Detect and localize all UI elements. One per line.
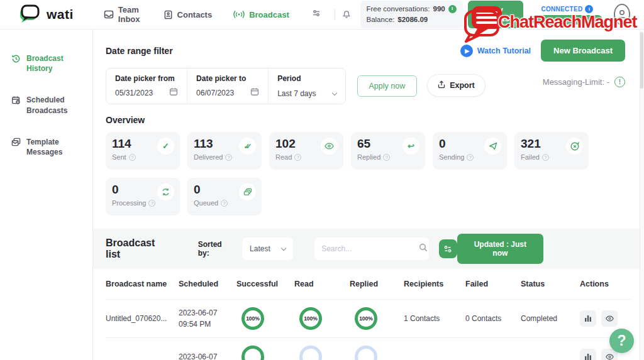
sidebar-item-template-messages[interactable]: Template Messages — [0, 131, 92, 163]
updated-just-now-button[interactable]: Updated : Just now — [457, 234, 543, 264]
sending-help-icon[interactable]: ? — [467, 154, 474, 161]
period-label: Period — [277, 74, 336, 83]
broadcast-name-cell[interactable]: Untitled_070620... — [106, 314, 179, 323]
replied-ring: 100% — [355, 307, 377, 330]
search-box — [314, 237, 429, 260]
col-replied: Replied — [350, 279, 404, 290]
period-select[interactable]: Period Last 7 days — [268, 68, 345, 104]
overview-card-queued: 0 Queued ? — [187, 178, 262, 215]
calendar-clock-icon — [11, 95, 21, 107]
play-icon: ▶ — [460, 45, 473, 57]
date-picker-to-value[interactable]: 06/07/2023 — [196, 89, 234, 97]
avatar-chevron-down-icon — [631, 16, 636, 22]
sort-select-value: Latest — [250, 244, 270, 253]
scheduled-cell: 2023-06-07 — [179, 351, 236, 360]
col-recipients: Recipients — [404, 279, 465, 290]
template-messages-icon — [11, 138, 21, 150]
connected-label: CONNECTED — [541, 6, 582, 13]
sort-select[interactable]: Latest — [242, 237, 293, 260]
nav-contacts[interactable]: Contacts — [164, 10, 213, 19]
new-broadcast-button[interactable]: New Broadcast — [541, 40, 625, 62]
failed-help-icon[interactable]: ? — [542, 154, 549, 161]
scheduled-date: 2023-06-07 — [179, 308, 217, 317]
processing-label: Processing — [112, 199, 146, 207]
table-header-row: Broadcast name Scheduled Successful Read… — [106, 269, 631, 299]
overview-card-sent: 114 Sent ? ✓ — [106, 132, 180, 170]
messaging-limit: Messaging-Limit: - ! — [543, 77, 625, 87]
navbar-right: Free conversations: 990 i Balance: $2086… — [311, 1, 635, 29]
reply-icon: ↩ — [402, 138, 419, 155]
processing-help-icon[interactable]: ? — [148, 200, 155, 207]
col-failed: Failed — [465, 279, 521, 290]
overview-cards: 114 Sent ? ✓ 113 Delivered ? ✓✓ 102 Read… — [106, 132, 609, 224]
help-button[interactable]: ? — [609, 329, 634, 353]
list-filter-button[interactable] — [439, 239, 457, 258]
date-picker-from[interactable]: Date picker from 05/31/2023 — [106, 68, 187, 104]
eye-icon — [321, 138, 338, 155]
messaging-limit-info-icon[interactable]: ! — [614, 77, 625, 87]
watch-tutorial-label: Watch Tutorial — [477, 46, 531, 55]
buy-credits-button[interactable]: Buy Credits — [468, 1, 523, 28]
sidebar: Broadcast History Scheduled Broadcasts T… — [0, 30, 93, 360]
nav-broadcast[interactable]: Broadcast — [233, 10, 289, 19]
scheduled-time: 09:54 PM — [179, 320, 211, 329]
sidebar-item-broadcast-history[interactable]: Broadcast History — [0, 47, 92, 80]
view-button[interactable] — [601, 310, 618, 327]
read-help-icon[interactable]: ? — [294, 154, 301, 161]
balance-label: Balance: — [367, 14, 395, 25]
queued-label: Queued — [194, 199, 218, 207]
connection-status: CONNECTED i — [532, 5, 602, 25]
tune-icon[interactable] — [311, 8, 322, 21]
watch-tutorial-link[interactable]: ▶ Watch Tutorial — [460, 45, 531, 57]
free-conversations-value: 990 — [433, 4, 445, 14]
whatsapp-number-badge — [532, 15, 602, 25]
apply-now-button[interactable]: Apply now — [357, 75, 418, 97]
history-clock-icon — [11, 54, 21, 66]
wati-logo[interactable]: wati — [18, 3, 74, 26]
overview-card-delivered: 113 Delivered ? ✓✓ — [187, 132, 262, 170]
date-picker-from-label: Date picker from — [115, 74, 178, 83]
top-navbar: wati Team Inbox Contacts — [0, 0, 644, 30]
user-avatar[interactable] — [614, 4, 630, 25]
nav-team-inbox[interactable]: Team Inbox — [104, 5, 142, 24]
col-broadcast-name: Broadcast name — [106, 279, 179, 290]
sidebar-item-scheduled-broadcasts[interactable]: Scheduled Broadcasts — [0, 89, 92, 121]
period-value[interactable]: Last 7 days — [277, 89, 316, 98]
scheduled-date: 2023-06-07 — [179, 352, 217, 360]
overview-card-read: 102 Read ? — [269, 132, 343, 170]
broadcast-icon — [233, 10, 245, 19]
date-range-card: Date picker from 05/31/2023 Date picker … — [106, 68, 346, 104]
search-input[interactable] — [321, 244, 419, 253]
failed-cell: 0 Contacts — [465, 314, 521, 323]
table-row: Untitled_070620... 2023-06-07 09:54 PM 1… — [106, 299, 631, 337]
analytics-button[interactable] — [580, 349, 596, 360]
queued-help-icon[interactable]: ? — [221, 200, 228, 207]
read-ring — [299, 346, 322, 360]
sync-icon — [157, 183, 174, 200]
delivered-help-icon[interactable]: ? — [225, 154, 232, 161]
col-scheduled: Scheduled — [179, 279, 236, 290]
date-range-filter-section: Date range filter ▶ Watch Tutorial New B… — [93, 30, 644, 104]
connected-info-icon[interactable]: i — [585, 5, 593, 13]
scrollbar[interactable] — [640, 30, 644, 360]
export-button[interactable]: Export — [427, 74, 486, 97]
free-conversations-info-icon[interactable]: i — [448, 5, 457, 13]
col-actions: Actions — [580, 279, 626, 290]
sorted-by-label: Sorted by: — [198, 240, 233, 258]
date-picker-from-value[interactable]: 05/31/2023 — [115, 89, 153, 97]
analytics-button[interactable] — [580, 310, 596, 327]
notifications-bell-icon[interactable] — [341, 8, 352, 21]
double-check-icon: ✓✓ — [243, 142, 247, 151]
replied-help-icon[interactable]: ? — [383, 154, 390, 161]
calendar-icon[interactable] — [250, 87, 259, 98]
sidebar-template-messages-label: Template Messages — [26, 137, 87, 157]
recipients-cell: 1 Contacts — [404, 314, 465, 323]
calendar-icon[interactable] — [169, 87, 178, 98]
main-content: Date range filter ▶ Watch Tutorial New B… — [93, 30, 644, 360]
sent-help-icon[interactable]: ? — [129, 154, 136, 161]
date-picker-to[interactable]: Date picker to 06/07/2023 — [187, 68, 268, 104]
queue-stack-icon — [239, 183, 256, 200]
overview-section: Overview 114 Sent ? ✓ 113 Delivered ? ✓✓… — [93, 104, 644, 224]
broadcast-list-title: Broadcast list — [106, 237, 169, 260]
search-icon — [419, 243, 428, 254]
